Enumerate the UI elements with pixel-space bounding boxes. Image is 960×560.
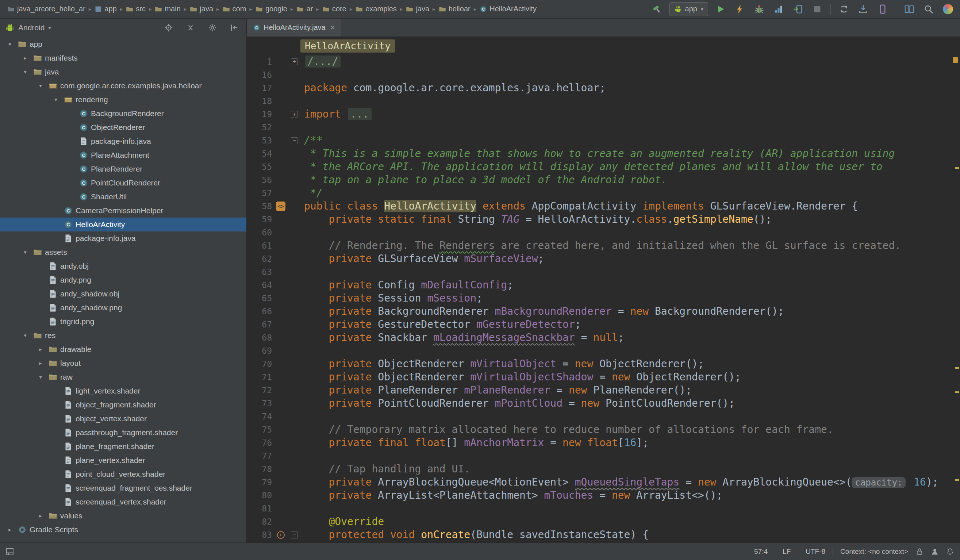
code-line-text[interactable]: private ObjectRenderer mVirtualObjectSha… — [301, 371, 741, 384]
line-number[interactable]: 64 — [247, 278, 273, 292]
tree-item-plane-vertex-shader[interactable]: plane_vertex.shader — [0, 453, 246, 467]
line-number[interactable]: 72 — [247, 384, 273, 397]
code-line-text[interactable]: @Override — [301, 515, 384, 528]
code-line-text[interactable]: private Snackbar mLoadingMessageSnackbar… — [301, 331, 624, 344]
sdk-manager-button[interactable] — [856, 2, 870, 16]
line-number[interactable]: 68 — [247, 331, 273, 344]
line-number[interactable]: 52 — [247, 121, 273, 134]
code-line-text[interactable]: private static final String TAG = HelloA… — [301, 213, 772, 226]
line-number[interactable]: 82 — [247, 515, 273, 528]
tree-item-rendering[interactable]: ▾rendering — [0, 93, 246, 107]
line-number[interactable]: 56 — [247, 173, 273, 187]
line-number[interactable]: 1 — [247, 55, 273, 68]
tree-item-helloaractivity[interactable]: CHelloArActivity — [0, 218, 246, 232]
tree-item-andy-shadow-obj[interactable]: andy_shadow.obj — [0, 287, 246, 301]
hide-panel-button[interactable] — [227, 21, 241, 35]
warning-stripe-mark[interactable] — [955, 367, 959, 369]
file-encoding-widget[interactable]: UTF-8 — [806, 547, 825, 556]
line-number[interactable]: 55 — [247, 160, 273, 173]
code-line-text[interactable] — [301, 450, 304, 462]
line-number[interactable]: 54 — [247, 147, 273, 160]
nav-item-examples[interactable]: examples — [354, 4, 398, 14]
code-line-text[interactable]: /** — [301, 134, 323, 147]
line-number[interactable]: 77 — [247, 450, 273, 462]
nav-item-java[interactable]: java — [188, 4, 214, 14]
tree-item-res[interactable]: ▾res — [0, 328, 246, 342]
line-number[interactable]: 69 — [247, 344, 273, 357]
breadcrumb-current[interactable]: HelloArActivity — [301, 39, 395, 53]
code-line-text[interactable]: private final float[] mAnchorMatrix = ne… — [301, 436, 649, 450]
tree-item-andy-png[interactable]: andy.png — [0, 273, 246, 287]
line-number[interactable]: 75 — [247, 423, 273, 436]
tree-item-drawable[interactable]: ▸drawable — [0, 342, 246, 356]
inspector-icon[interactable] — [931, 547, 939, 556]
line-number[interactable]: 18 — [247, 94, 273, 108]
line-number[interactable]: 61 — [247, 239, 273, 252]
expand-arrow[interactable]: ▸ — [20, 55, 30, 61]
tree-item-package-info-java[interactable]: package-info.java — [0, 232, 246, 245]
code-line-text[interactable] — [301, 344, 304, 357]
nav-item-java-arcore-hello-ar[interactable]: java_arcore_hello_ar — [6, 4, 87, 14]
tree-item-camerapermissionhelper[interactable]: CCameraPermissionHelper — [0, 204, 246, 218]
tree-item-objectrenderer[interactable]: CObjectRenderer — [0, 120, 246, 134]
avd-manager-button[interactable] — [876, 2, 890, 16]
tree-item-trigrid-png[interactable]: trigrid.png — [0, 315, 246, 328]
search-everywhere-button[interactable] — [922, 2, 936, 16]
line-number[interactable]: 70 — [247, 357, 273, 371]
nav-item-helloar[interactable]: helloar — [437, 4, 472, 14]
line-number[interactable]: 74 — [247, 410, 273, 423]
tree-item-andy-obj[interactable]: andy.obj — [0, 259, 246, 273]
line-number[interactable]: 60 — [247, 226, 273, 239]
tree-item-andy-shadow-png[interactable]: andy_shadow.png — [0, 301, 246, 315]
code-line-text[interactable] — [301, 226, 304, 239]
fold-toggle[interactable]: − — [291, 531, 298, 538]
code-line-text[interactable]: * This is a simple example that shows ho… — [301, 147, 894, 160]
caret-position[interactable]: 57:4 — [754, 547, 768, 556]
tree-item-light-vertex-shader[interactable]: light_vertex.shader — [0, 384, 246, 398]
tree-item-manifests[interactable]: ▸manifests — [0, 51, 246, 65]
project-view-selector[interactable]: Android — [18, 23, 45, 32]
tree-item-values[interactable]: ▸values — [0, 509, 246, 523]
line-number[interactable]: 83 — [247, 528, 273, 541]
line-number[interactable]: 19 — [247, 108, 273, 121]
profiler-button[interactable] — [772, 2, 786, 16]
line-number[interactable]: 17 — [247, 82, 273, 94]
code-line-text[interactable]: private Session mSession; — [301, 292, 483, 305]
tree-item-pointcloudrenderer[interactable]: CPointCloudRenderer — [0, 176, 246, 190]
stop-button[interactable] — [810, 2, 824, 16]
nav-item-main[interactable]: main — [153, 4, 182, 14]
fold-toggle[interactable]: + — [291, 58, 298, 66]
tree-item-backgroundrenderer[interactable]: CBackgroundRenderer — [0, 107, 246, 120]
tree-item-object-fragment-shader[interactable]: object_fragment.shader — [0, 398, 246, 412]
tree-item-screenquad-vertex-shader[interactable]: screenquad_vertex.shader — [0, 495, 246, 509]
code-line-text[interactable]: * the ARCore API. The application will d… — [301, 160, 883, 173]
layout-captures-button[interactable] — [902, 2, 916, 16]
code-line-text[interactable]: import ... — [301, 108, 372, 121]
line-separator-widget[interactable]: LF — [782, 547, 790, 556]
tree-item-object-vertex-shader[interactable]: object_vertex.shader — [0, 412, 246, 426]
code-line-text[interactable]: * tap on a plane to place a 3d model of … — [301, 173, 667, 187]
tool-window-toggle-icon[interactable] — [6, 547, 14, 556]
context-widget[interactable]: Context: <no context> — [840, 547, 908, 556]
scroll-from-source-button[interactable] — [162, 21, 176, 35]
code-line-text[interactable]: /.../ — [301, 55, 341, 68]
expand-arrow[interactable]: ▾ — [35, 374, 46, 381]
warning-stripe-mark[interactable] — [955, 167, 959, 169]
tree-item-shaderutil[interactable]: CShaderUtil — [0, 190, 246, 204]
nav-item-src[interactable]: src — [125, 4, 147, 14]
code-line-text[interactable]: protected void onCreate(Bundle savedInst… — [301, 528, 649, 541]
code-line-text[interactable]: // Tap handling and UI. — [301, 462, 470, 476]
line-number[interactable]: 16 — [247, 68, 273, 82]
line-number[interactable]: 71 — [247, 371, 273, 384]
expand-arrow[interactable]: ▾ — [35, 83, 46, 89]
code-line-text[interactable] — [301, 68, 304, 82]
close-icon[interactable]: × — [330, 23, 335, 32]
overriding-method-icon[interactable]: ↑ — [277, 531, 285, 539]
nav-item-helloaractivity[interactable]: CHelloArActivity — [478, 4, 538, 14]
ide-profile-button[interactable] — [941, 2, 955, 16]
code-line-text[interactable]: private GestureDetector mGestureDetector… — [301, 318, 581, 331]
code-line-text[interactable]: private PointCloudRenderer mPointCloud =… — [301, 397, 735, 410]
code-line-text[interactable]: private BackgroundRenderer mBackgroundRe… — [301, 305, 784, 318]
fold-toggle[interactable]: − — [291, 137, 298, 144]
code-line-text[interactable]: // Temporary matrix allocated here to re… — [301, 423, 834, 436]
